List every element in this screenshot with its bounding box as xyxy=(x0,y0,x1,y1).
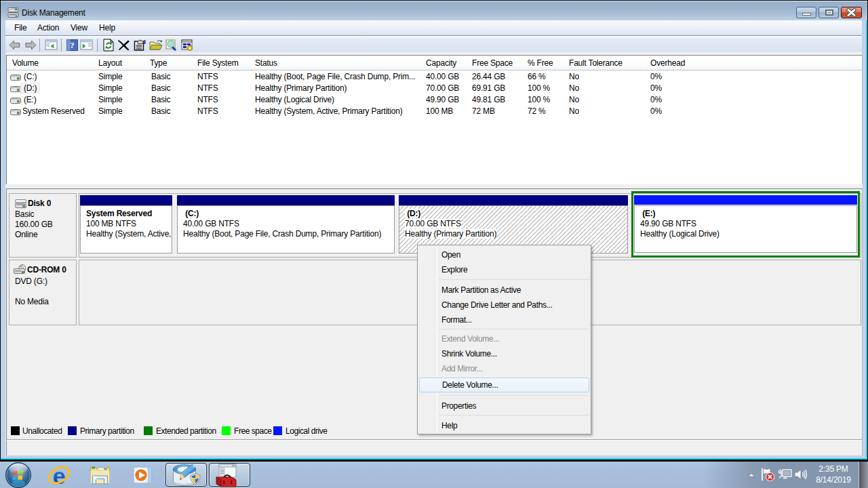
svg-text:?: ? xyxy=(70,40,74,50)
